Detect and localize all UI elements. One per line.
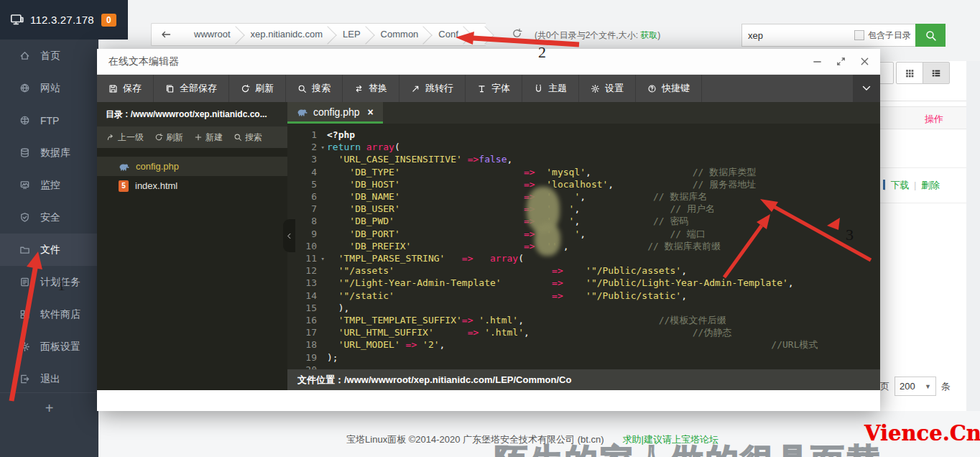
task-icon <box>19 277 31 287</box>
line-number[interactable]: 5 <box>287 178 327 190</box>
list-view-button[interactable] <box>923 62 950 84</box>
logout-icon <box>19 374 31 384</box>
sidebar-item-label: 文件 <box>40 244 60 257</box>
code-line: 17 'URL_HTML_SUFFIX' => '.html', //伪静态 <box>287 326 880 338</box>
online-text-editor-modal: 在线文本编辑器 保存全部保存刷新搜索替换跳转行字体主题设置快捷键 目录 : /w… <box>97 49 880 411</box>
code-text: 'URL_CASE_INSENSITIVE' =>false, <box>327 153 512 165</box>
line-number[interactable]: 7 <box>287 203 327 215</box>
line-number[interactable]: 2▾ <box>287 141 327 153</box>
sidebar-item-label: 首页 <box>40 50 60 63</box>
editor-toolbar-跳转行-button[interactable]: 跳转行 <box>399 75 466 102</box>
refresh-icon <box>154 133 163 142</box>
tab-config-php[interactable]: config.php × <box>287 102 383 124</box>
sidebar-item-数据库[interactable]: 数据库 <box>0 137 98 169</box>
editor-toolbar-搜索-button[interactable]: 搜索 <box>286 75 343 102</box>
forum-link[interactable]: 求助|建议请上宝塔论坛 <box>623 434 718 445</box>
editor-toolbar-快捷键-button[interactable]: 快捷键 <box>636 75 702 102</box>
tree-toolbar-新建-button[interactable]: 新建 <box>194 131 223 144</box>
line-number[interactable]: 3 <box>287 153 327 165</box>
line-number[interactable]: 6 <box>287 190 327 203</box>
tree-toolbar-刷新-button[interactable]: 刷新 <box>154 131 183 144</box>
tree-collapse-handle[interactable] <box>283 219 295 252</box>
line-number[interactable]: 14 <box>287 290 327 302</box>
code-line: 2▾return array( <box>287 141 880 153</box>
tree-toolbar-搜索-button[interactable]: 搜索 <box>234 131 262 144</box>
code-line: 1<?php <box>287 129 880 141</box>
editor-toolbar-设置-button[interactable]: 设置 <box>579 75 636 102</box>
sidebar-item-监控[interactable]: 监控 <box>0 169 98 201</box>
line-number[interactable]: 1 <box>287 129 327 141</box>
sidebar-item-退出[interactable]: 退出 <box>0 363 98 395</box>
sidebar-item-面板设置[interactable]: 面板设置 <box>0 331 98 363</box>
monitor-icon <box>19 180 31 190</box>
search-input[interactable] <box>742 30 854 41</box>
code-line: 12 '"/assets' => '"/Public/assets', <box>287 264 880 277</box>
stats-size-link[interactable]: 获取 <box>640 30 657 40</box>
editor-toolbar-主题-button[interactable]: 主题 <box>522 75 579 102</box>
sidebar-item-label: FTP <box>40 115 59 126</box>
sidebar-item-安全[interactable]: 安全 <box>0 201 98 234</box>
folder-icon <box>19 244 31 255</box>
message-badge[interactable]: 0 <box>101 14 116 27</box>
breadcrumb-back-button[interactable] <box>151 23 180 46</box>
line-number[interactable]: 11▾ <box>287 252 327 264</box>
footer-copyright: 宝塔Linux面板 ©2014-2020 广东堡塔安全技术有限公司 (bt.cn… <box>98 433 966 446</box>
page-size-select[interactable]: 200▼ <box>895 377 936 396</box>
breadcrumb-segment[interactable]: xep.nitianidc.com <box>236 23 328 46</box>
line-number[interactable]: 15 <box>287 302 327 314</box>
include-subdir-checkbox[interactable] <box>854 30 864 40</box>
row-action-下载[interactable]: 下载 <box>890 180 909 190</box>
grid-view-button[interactable] <box>896 62 923 84</box>
line-number[interactable]: 18 <box>287 338 327 351</box>
close-button[interactable] <box>859 56 870 68</box>
censor-blob <box>535 223 560 256</box>
code-area[interactable]: 1<?php2▾return array(3 'URL_CASE_INSENSI… <box>287 124 880 369</box>
line-number[interactable]: 12 <box>287 264 327 277</box>
database-icon <box>19 147 31 158</box>
directory-stats: (共0个目录与2个文件,大小: 获取) <box>535 29 660 42</box>
sidebar-item-label: 计划任务 <box>40 276 80 289</box>
toolbar-expand-button[interactable] <box>853 75 880 102</box>
store-icon <box>19 309 31 320</box>
chevron-left-icon <box>285 232 293 240</box>
editor-toolbar-替换-button[interactable]: 替换 <box>343 75 399 102</box>
minimize-icon <box>812 56 823 67</box>
breadcrumb-segment[interactable]: wwwroot <box>180 23 236 46</box>
refresh-icon[interactable] <box>512 28 522 39</box>
minimize-button[interactable] <box>811 56 823 68</box>
sidebar-item-计划任务[interactable]: 计划任务 <box>0 266 98 298</box>
editor-toolbar-保存-button[interactable]: 保存 <box>97 75 154 102</box>
tab-close-icon[interactable]: × <box>368 106 374 118</box>
line-number[interactable]: 4 <box>287 166 327 178</box>
code-text: 'URL_MODEL' => '2', //URL模式 <box>327 338 818 351</box>
include-subdir-label: 包含子目录 <box>868 29 911 42</box>
server-header[interactable]: 112.3.27.178 0 <box>0 0 128 40</box>
line-number[interactable]: 20 <box>287 364 327 369</box>
sidebar-item-文件[interactable]: 文件 <box>0 234 98 266</box>
fold-caret-icon[interactable]: ▾ <box>321 142 325 154</box>
tree-toolbar-上一级-button[interactable]: 上一级 <box>106 131 144 144</box>
sidebar-item-网站[interactable]: 网站 <box>0 72 98 104</box>
sidebar-item-软件商店[interactable]: 软件商店 <box>0 298 98 331</box>
fold-caret-icon[interactable]: ▾ <box>321 253 325 265</box>
sidebar-item-首页[interactable]: 首页 <box>0 40 98 72</box>
line-number[interactable]: 13 <box>287 277 327 289</box>
file-item-config.php[interactable]: config.php <box>97 157 287 176</box>
editor-toolbar-刷新-button[interactable]: 刷新 <box>229 75 286 102</box>
line-number[interactable]: 17 <box>287 326 327 338</box>
editor-toolbar-字体-button[interactable]: 字体 <box>466 75 522 102</box>
line-number[interactable]: 19 <box>287 351 327 364</box>
file-item-index.html[interactable]: 5index.html <box>97 176 287 195</box>
editor-toolbar-全部保存-button[interactable]: 全部保存 <box>154 75 229 102</box>
line-number[interactable]: 16 <box>287 314 327 326</box>
sidebar-item-FTP[interactable]: FTP <box>0 104 98 137</box>
list-icon <box>931 68 941 78</box>
maximize-button[interactable] <box>835 56 846 68</box>
tab-label: config.php <box>313 106 360 118</box>
sidebar-add-button[interactable]: + <box>0 392 98 417</box>
sidebar-item-label: 安全 <box>40 211 60 224</box>
code-text: '"/static' => '"/Public/static', <box>327 290 687 302</box>
code-text: 'URL_HTML_SUFFIX' => '.html', //伪静态 <box>327 326 731 338</box>
row-action-删除[interactable]: 删除 <box>921 180 940 190</box>
search-button[interactable] <box>915 24 946 47</box>
